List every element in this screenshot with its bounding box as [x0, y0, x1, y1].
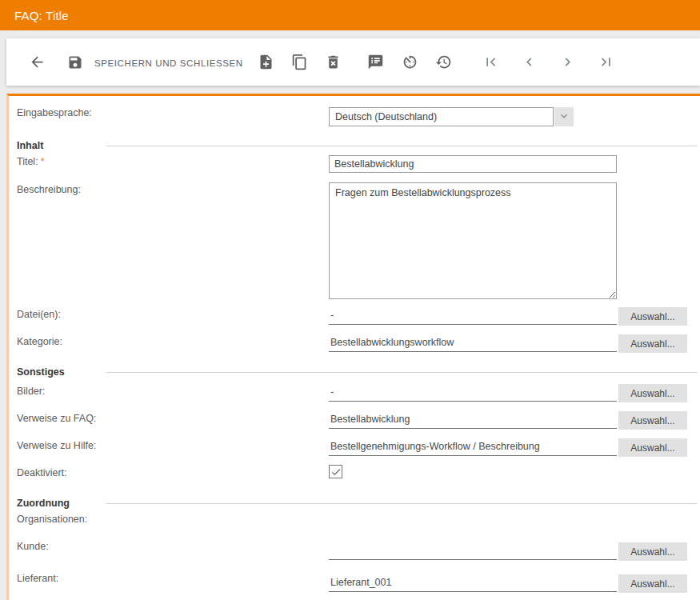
back-button[interactable] [27, 54, 46, 73]
delete-button[interactable] [323, 54, 342, 73]
save-and-close-label: SPEICHERN UND SCHLIESSEN [94, 58, 243, 68]
app-title-bar: FAQ: Title [0, 0, 700, 30]
verweise-hilfe-field[interactable]: Bestellgenehmigungs-Workflow / Beschreib… [329, 438, 617, 456]
section-zuordnung: Zuordnung [17, 498, 70, 509]
lieferant-field[interactable]: Lieferant_001 [329, 574, 617, 592]
kunde-auswahl-button[interactable]: Auswahl... [618, 542, 687, 561]
dateien-label: Datei(en): [17, 309, 61, 320]
arrow-back-icon [29, 54, 46, 73]
last-record-button[interactable] [596, 54, 615, 73]
dateien-field[interactable]: - [329, 307, 617, 325]
first-page-icon [482, 54, 499, 73]
last-page-icon [598, 54, 614, 73]
lieferant-auswahl-button[interactable]: Auswahl... [618, 574, 687, 593]
section-sonstiges: Sonstiges [17, 366, 65, 378]
verweise-hilfe-label: Verweise zu Hilfe: [17, 440, 96, 451]
copy-icon [291, 54, 308, 73]
delete-forever-icon [325, 54, 342, 73]
section-inhalt: Inhalt [17, 140, 43, 151]
titel-label-text: Titel: [17, 156, 38, 167]
chevron-right-icon [559, 54, 576, 73]
kategorie-field[interactable]: Bestellabwicklungsworkflow [329, 334, 617, 352]
verweise-faq-label: Verweise zu FAQ: [17, 413, 96, 424]
checkmark-icon [330, 466, 342, 478]
previous-record-button[interactable] [519, 54, 538, 73]
chevron-left-icon [521, 54, 538, 73]
kategorie-label: Kategorie: [17, 336, 62, 347]
deaktiviert-label: Deaktiviert: [17, 467, 67, 478]
form-panel: Eingabesprache: Deutsch (Deutschland) In… [6, 94, 700, 600]
verweise-faq-auswahl-button[interactable]: Auswahl... [618, 411, 687, 430]
history-button[interactable] [434, 54, 453, 73]
titel-label: Titel:* [17, 156, 45, 167]
toolbar: SPEICHERN UND SCHLIESSEN [6, 38, 700, 86]
note-add-icon [258, 54, 274, 73]
next-record-button[interactable] [558, 54, 577, 73]
kunde-field[interactable] [329, 542, 617, 560]
save-icon [67, 54, 94, 73]
beschreibung-textarea[interactable]: Fragen zum Bestellabwicklungsprozess [329, 182, 617, 299]
kategorie-auswahl-button[interactable]: Auswahl... [618, 334, 687, 353]
verweise-hilfe-auswahl-button[interactable]: Auswahl... [618, 438, 687, 457]
organisationen-label: Organisationen: [17, 514, 87, 525]
verweise-faq-field[interactable]: Bestellabwicklung [329, 411, 617, 429]
kunde-label: Kunde: [17, 541, 49, 552]
language-select[interactable]: Deutsch (Deutschland) [329, 107, 554, 126]
section-inhalt-divider [106, 146, 697, 146]
screen: FAQ: Title SPEICHERN UND SCHLIESSEN [0, 0, 700, 600]
lieferant-label: Lieferant: [17, 573, 58, 584]
beschreibung-label: Beschreibung: [17, 184, 81, 195]
history-icon [435, 54, 452, 73]
required-asterisk: * [41, 156, 45, 167]
first-record-button[interactable] [481, 54, 500, 73]
timer-button[interactable] [400, 54, 419, 73]
dateien-auswahl-button[interactable]: Auswahl... [618, 307, 687, 326]
save-and-close-button[interactable]: SPEICHERN UND SCHLIESSEN [62, 50, 248, 77]
timer-icon [402, 54, 418, 73]
titel-input[interactable] [329, 155, 617, 173]
new-record-button[interactable] [256, 54, 275, 73]
speaker-notes-icon [367, 54, 384, 73]
language-label: Eingabesprache: [17, 107, 92, 118]
deaktiviert-checkbox[interactable] [329, 465, 342, 478]
bilder-auswahl-button[interactable]: Auswahl... [618, 384, 687, 402]
copy-button[interactable] [290, 54, 309, 73]
section-zuordnung-divider [106, 503, 697, 504]
notes-button[interactable] [366, 54, 385, 73]
page-title: FAQ: Title [14, 9, 69, 22]
chevron-down-icon [558, 110, 570, 125]
section-sonstiges-divider [106, 372, 697, 373]
bilder-label: Bilder: [17, 386, 45, 397]
bilder-field[interactable]: - [329, 384, 617, 402]
language-dropdown-button[interactable] [554, 107, 574, 126]
